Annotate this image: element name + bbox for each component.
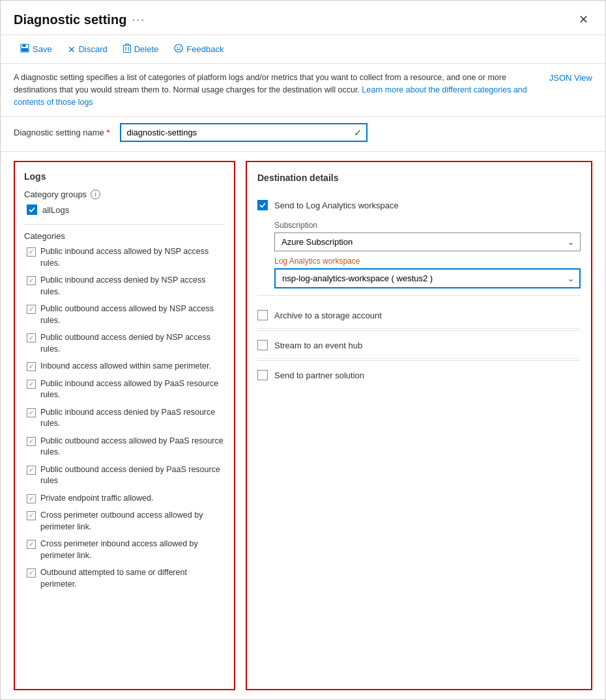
event-hub-label: Stream to an event hub [274, 341, 362, 350]
category-label-12: Outbound attempted to same or different … [40, 567, 225, 590]
category-label-5: Public inbound access allowed by PaaS re… [40, 378, 225, 401]
input-valid-icon: ✓ [354, 127, 362, 139]
partner-label: Send to partner solution [274, 371, 364, 380]
delete-button[interactable]: Delete [117, 40, 166, 58]
list-item: ✓ Public inbound access allowed by NSP a… [27, 246, 225, 269]
category-checkbox-5[interactable]: ✓ [27, 380, 36, 389]
list-item: ✓ Public outbound access denied by NSP a… [27, 332, 225, 355]
close-button[interactable]: ✕ [575, 11, 592, 28]
category-label-3: Public outbound access denied by NSP acc… [40, 332, 225, 355]
category-checkbox-11[interactable]: ✓ [27, 540, 36, 549]
alllogs-item: allLogs [27, 204, 225, 215]
alllogs-label: allLogs [42, 205, 69, 215]
svg-rect-3 [123, 46, 130, 53]
log-analytics-row: Send to Log Analytics workspace [257, 192, 581, 214]
destination-option-log-analytics: Send to Log Analytics workspace Subscrip… [257, 192, 581, 288]
info-bar: A diagnostic setting specifies a list of… [1, 64, 605, 117]
discard-label: Discard [79, 44, 108, 54]
discard-icon: ✕ [68, 44, 76, 55]
save-label: Save [33, 44, 52, 54]
list-item: ✓ Cross perimeter outbound access allowe… [27, 510, 225, 533]
category-checkbox-10[interactable]: ✓ [27, 511, 36, 520]
feedback-icon [174, 44, 183, 55]
list-item: ✓ Inbound access allowed within same per… [27, 361, 225, 372]
category-checkbox-3[interactable]: ✓ [27, 333, 36, 343]
category-label-7: Public outbound access allowed by PaaS r… [40, 436, 225, 458]
delete-icon [123, 44, 131, 55]
logs-panel: Logs Category groups i allLogs Categorie… [14, 161, 235, 690]
category-checkbox-4[interactable]: ✓ [27, 362, 36, 371]
destination-option-event-hub: Stream to an event hub [257, 332, 581, 359]
setting-name-label: Diagnostic setting name * [14, 128, 109, 137]
workspace-label: Log Analytics workspace [274, 257, 581, 266]
category-checkbox-7[interactable]: ✓ [27, 437, 36, 446]
category-label-11: Cross perimeter inbound access allowed b… [40, 539, 225, 561]
svg-point-10 [179, 47, 180, 48]
list-item: ✓ Public inbound access denied by NSP ac… [27, 275, 225, 298]
subscription-select-wrap: Azure Subscription ⌄ [274, 232, 581, 251]
setting-name-input-wrap: ✓ [120, 123, 368, 142]
categories-label: Categories [24, 231, 225, 241]
svg-point-8 [175, 44, 182, 52]
storage-label: Archive to a storage account [274, 311, 382, 320]
destination-title: Destination details [257, 173, 581, 183]
svg-rect-1 [23, 44, 26, 47]
title-bar: Diagnostic setting ··· ✕ [1, 1, 605, 35]
svg-point-9 [177, 47, 178, 48]
category-label-10: Cross perimeter outbound access allowed … [40, 510, 225, 533]
category-groups-section: Category groups i [24, 189, 225, 199]
title-bar-left: Diagnostic setting ··· [14, 12, 145, 27]
list-item: ✓ Public outbound access denied by PaaS … [27, 464, 225, 487]
destination-option-partner: Send to partner solution [257, 362, 581, 388]
list-item: ✓ Public outbound access allowed by NSP … [27, 303, 225, 326]
subscription-select[interactable]: Azure Subscription [274, 232, 581, 251]
setting-name-input[interactable] [120, 123, 368, 142]
json-view-link[interactable]: JSON View [549, 72, 592, 85]
title-more-icon[interactable]: ··· [132, 13, 145, 27]
svg-rect-7 [125, 44, 128, 46]
list-item: ✓ Outbound attempted to same or differen… [27, 567, 225, 590]
category-checkbox-1[interactable]: ✓ [27, 276, 36, 285]
category-label-4: Inbound access allowed within same perim… [40, 361, 211, 372]
log-analytics-label: Send to Log Analytics workspace [274, 201, 399, 210]
setting-name-row: Diagnostic setting name * ✓ [1, 117, 605, 152]
category-groups-label: Category groups [24, 189, 87, 199]
discard-button[interactable]: ✕ Discard [61, 41, 114, 58]
list-item: ✓ Public inbound access allowed by PaaS … [27, 378, 225, 401]
alllogs-checkbox[interactable] [27, 204, 37, 215]
list-item: ✓ Cross perimeter inbound access allowed… [27, 539, 225, 561]
svg-rect-2 [22, 48, 28, 51]
feedback-label: Feedback [186, 44, 224, 54]
category-checkbox-12[interactable]: ✓ [27, 568, 36, 578]
log-analytics-checkbox[interactable] [257, 200, 268, 210]
partner-checkbox[interactable] [257, 370, 268, 380]
category-checkbox-9[interactable]: ✓ [27, 494, 36, 503]
category-label-0: Public inbound access allowed by NSP acc… [40, 246, 225, 269]
save-icon [20, 44, 29, 55]
toolbar: Save ✕ Discard Delete [1, 35, 605, 64]
delete-label: Delete [134, 44, 159, 54]
category-checkbox-6[interactable]: ✓ [27, 408, 36, 417]
category-label-2: Public outbound access allowed by NSP ac… [40, 303, 225, 326]
destination-option-storage: Archive to a storage account [257, 302, 581, 329]
category-checkbox-8[interactable]: ✓ [27, 466, 36, 475]
category-checkbox-2[interactable]: ✓ [27, 305, 36, 314]
list-item: ✓ Private endpoint traffic allowed. [27, 493, 225, 505]
required-indicator: * [106, 128, 109, 137]
info-icon[interactable]: i [91, 189, 100, 199]
category-label-9: Private endpoint traffic allowed. [40, 493, 153, 505]
save-button[interactable]: Save [14, 40, 59, 58]
storage-checkbox[interactable] [257, 310, 268, 320]
info-bar-text: A diagnostic setting specifies a list of… [14, 72, 536, 108]
category-label-8: Public outbound access denied by PaaS re… [40, 464, 225, 487]
logs-title: Logs [24, 171, 225, 182]
workspace-select-wrap: nsp-log-analytics-workspace ( westus2 ) … [274, 268, 581, 288]
subscription-label: Subscription [274, 221, 581, 230]
workspace-select[interactable]: nsp-log-analytics-workspace ( westus2 ) [274, 268, 581, 288]
main-content: Logs Category groups i allLogs Categorie… [1, 152, 605, 699]
feedback-button[interactable]: Feedback [167, 40, 230, 58]
category-checkbox-0[interactable]: ✓ [27, 247, 36, 257]
list-item: ✓ Public outbound access allowed by PaaS… [27, 436, 225, 458]
event-hub-checkbox[interactable] [257, 340, 268, 350]
list-item: ✓ Public inbound access denied by PaaS r… [27, 407, 225, 430]
